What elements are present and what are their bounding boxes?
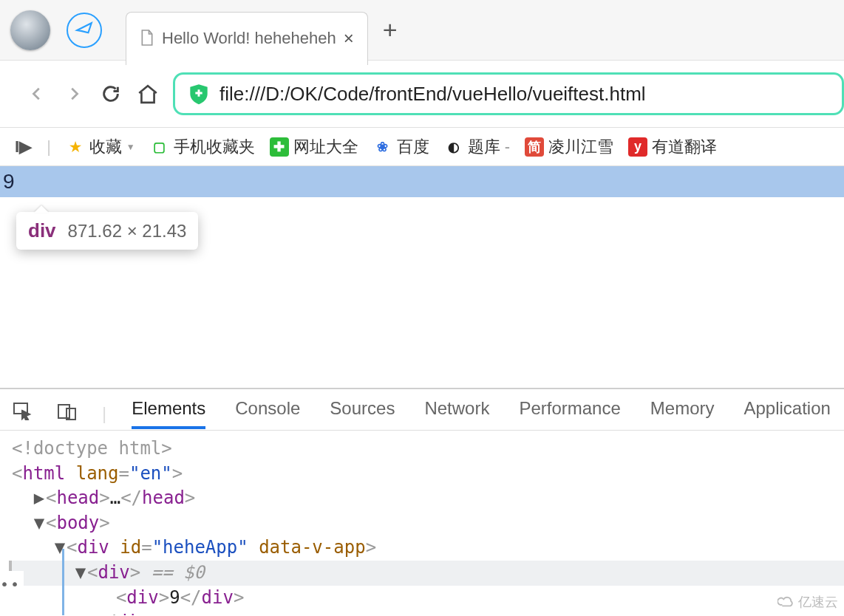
bookmark-label: 收藏 xyxy=(89,136,122,158)
bookmark-item-3[interactable]: ❀百度 xyxy=(373,136,429,158)
collapse-icon[interactable]: ▼ xyxy=(33,511,46,536)
bookmark-icon: ✚ xyxy=(270,137,289,157)
collapse-icon[interactable]: ▼ xyxy=(53,535,67,561)
bookmark-icon: y xyxy=(628,137,647,157)
devtools-tab-console[interactable]: Console xyxy=(235,398,300,429)
bookmark-icon: ▢ xyxy=(150,137,169,157)
dom-html-open[interactable]: <html lang="en"> xyxy=(12,462,844,487)
tab-title: Hello World! heheheheh xyxy=(162,29,336,48)
url-field[interactable]: file:///D:/OK/Code/frontEnd/vueHello/vue… xyxy=(173,72,844,115)
inspected-element-highlight: 9 xyxy=(0,166,844,197)
inspect-tooltip: div 871.62 × 21.43 xyxy=(16,212,198,250)
bookmark-grip-icon[interactable]: I▶ xyxy=(15,137,32,157)
browser-tabs: Hello World! heheheheh × + xyxy=(126,0,412,60)
bookmark-label: 百度 xyxy=(397,136,429,158)
page-content: 9 div 871.62 × 21.43 xyxy=(0,166,844,388)
expand-icon[interactable]: ▶ xyxy=(33,486,46,511)
device-toggle-icon[interactable] xyxy=(58,403,77,425)
new-tab-button[interactable]: + xyxy=(368,16,412,44)
devtools-tab-performance[interactable]: Performance xyxy=(519,398,620,429)
dom-head-row[interactable]: ▶<head>…</head> xyxy=(12,486,844,511)
devtools-tab-network[interactable]: Network xyxy=(424,398,489,429)
bookmark-item-4[interactable]: ◐题库- xyxy=(444,136,510,158)
bookmark-item-6[interactable]: y有道翻译 xyxy=(628,136,717,158)
compass-icon[interactable] xyxy=(67,13,102,48)
bookmark-label: 网址大全 xyxy=(293,136,358,158)
bookmark-item-2[interactable]: ✚网址大全 xyxy=(270,136,358,158)
bookmark-item-5[interactable]: 简凌川江雪 xyxy=(525,136,613,158)
inspect-tooltip-dimensions: 871.62 × 21.43 xyxy=(68,221,187,242)
browser-tab-active[interactable]: Hello World! heheheheh × xyxy=(126,12,368,65)
address-bar-row: file:///D:/OK/Code/frontEnd/vueHello/vue… xyxy=(0,61,844,128)
bookmark-label: 有道翻译 xyxy=(652,136,717,158)
bookmark-separator: | xyxy=(47,137,51,157)
dom-tree-guide-line xyxy=(62,549,64,615)
tab-close-button[interactable]: × xyxy=(344,28,354,49)
devtools-elements-tree[interactable]: ••• <!doctype html> <html lang="en"> ▶<h… xyxy=(0,431,844,615)
collapse-icon[interactable]: ▼ xyxy=(74,561,87,586)
devtools-separator: | xyxy=(102,403,106,424)
reload-button[interactable] xyxy=(99,81,123,107)
dom-app-div-open[interactable]: ▼<div id="heheApp" data-v-app> xyxy=(12,535,844,561)
bookmark-label: 手机收藏夹 xyxy=(174,136,255,158)
devtools-panel: | ElementsConsoleSourcesNetworkPerforman… xyxy=(0,388,844,615)
profile-avatar[interactable] xyxy=(10,10,50,50)
dom-body-open[interactable]: ▼<body> xyxy=(12,511,844,536)
dom-inner-div[interactable]: <div>9</div> xyxy=(12,586,844,611)
security-shield-icon xyxy=(188,83,209,105)
devtools-tab-application[interactable]: Application xyxy=(743,398,830,429)
bookmark-icon: 简 xyxy=(525,137,544,157)
devtools-tabbar: | ElementsConsoleSourcesNetworkPerforman… xyxy=(0,389,844,431)
bookmark-label: 题库 xyxy=(468,136,500,158)
bookmark-bar: I▶ | ★收藏▼▢手机收藏夹✚网址大全❀百度◐题库-简凌川江雪y有道翻译 xyxy=(0,128,844,166)
forward-button[interactable] xyxy=(62,81,86,107)
dom-tree-ellipsis-gutter: ••• xyxy=(0,571,24,598)
element-selector-icon[interactable] xyxy=(13,403,33,425)
dom-doctype: <!doctype html> xyxy=(12,437,844,462)
bookmark-label: 凌川江雪 xyxy=(548,136,613,158)
document-icon xyxy=(140,29,154,49)
home-button[interactable] xyxy=(136,81,160,107)
url-text: file:///D:/OK/Code/frontEnd/vueHello/vue… xyxy=(219,83,646,106)
bookmark-dash: - xyxy=(505,137,510,157)
chevron-down-icon[interactable]: ▼ xyxy=(126,142,135,152)
bookmark-icon: ❀ xyxy=(373,137,392,157)
watermark: 亿速云 xyxy=(777,592,838,611)
back-button[interactable] xyxy=(25,81,49,107)
browser-titlebar: Hello World! heheheheh × + xyxy=(0,0,844,61)
inspected-element-text: 9 xyxy=(3,170,15,194)
bookmark-item-0[interactable]: ★收藏▼ xyxy=(66,136,135,158)
devtools-tab-memory[interactable]: Memory xyxy=(650,398,715,429)
bookmark-icon: ★ xyxy=(66,137,85,157)
svg-rect-1 xyxy=(58,405,69,418)
bookmark-icon: ◐ xyxy=(444,137,463,157)
dom-selected-div-close[interactable]: </div> xyxy=(12,610,844,615)
devtools-tab-sources[interactable]: Sources xyxy=(330,398,395,429)
dom-selected-div-open[interactable]: ▼<div> == $0 xyxy=(9,561,844,586)
inspect-tooltip-tagname: div xyxy=(28,219,56,242)
bookmark-item-1[interactable]: ▢手机收藏夹 xyxy=(150,136,255,158)
devtools-tab-elements[interactable]: Elements xyxy=(132,398,205,429)
